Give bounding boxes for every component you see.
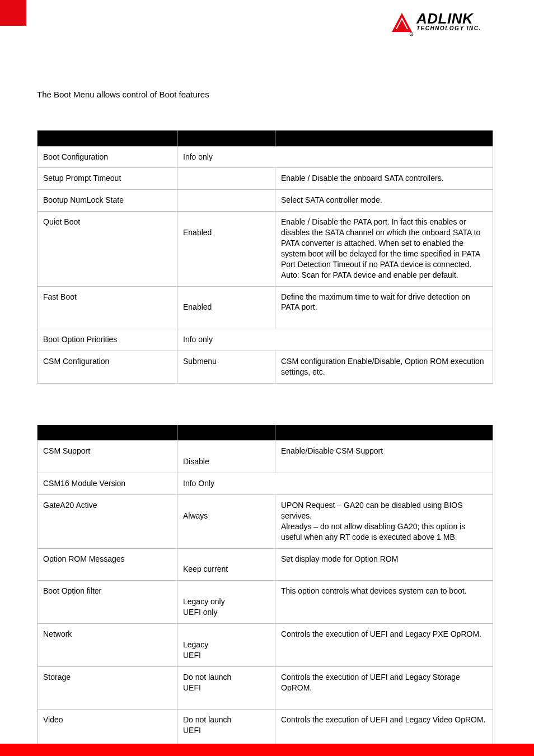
cell-feature: Boot Option Priorities xyxy=(38,329,177,351)
table-row: CSM ConfigurationSubmenuCSM configuratio… xyxy=(38,351,493,384)
cell-options: Submenu xyxy=(177,351,275,384)
cell-options: Enabled xyxy=(177,212,275,286)
svg-text:R: R xyxy=(411,33,413,36)
cell-options: Always xyxy=(177,495,275,549)
cell-description: Enable/Disable CSM Support xyxy=(275,441,493,473)
cell-options: Keep current xyxy=(177,548,275,581)
cell-options: Disable xyxy=(177,441,275,473)
cell-feature: Quiet Boot xyxy=(38,212,177,286)
table-row: Boot Option PrioritiesInfo only xyxy=(38,329,493,351)
cell-feature: Boot Configuration xyxy=(38,146,177,168)
table-row: Setup Prompt TimeoutEnable / Disable the… xyxy=(38,168,493,190)
table-row: CSM Support DisableEnable/Disable CSM Su… xyxy=(38,441,493,473)
table-row: Fast Boot EnabledDefine the maximum time… xyxy=(38,286,493,329)
intro-text: The Boot Menu allows control of Boot fea… xyxy=(37,90,493,99)
logo: R ADLINK TECHNOLOGY INC. xyxy=(390,10,490,39)
cell-description: Select SATA controller mode. xyxy=(275,190,493,212)
table-row: Network Legacy UEFIControls the executio… xyxy=(38,624,493,667)
logo-subtext: TECHNOLOGY INC. xyxy=(416,25,481,31)
cell-feature: Network xyxy=(38,624,177,667)
cell-feature: Bootup NumLock State xyxy=(38,190,177,212)
table-row: Boot Option filter Legacy only UEFI only… xyxy=(38,581,493,624)
boot-menu-table: Boot ConfigurationInfo onlySetup Prompt … xyxy=(37,130,493,384)
table-row: GateA20 Active AlwaysUPON Request – GA20… xyxy=(38,495,493,549)
cell-feature: Storage xyxy=(38,666,177,710)
cell-feature: Setup Prompt Timeout xyxy=(38,168,177,190)
cell-feature: CSM Configuration xyxy=(38,351,177,384)
cell-options xyxy=(177,168,275,190)
cell-options: Legacy only UEFI only xyxy=(177,581,275,624)
cell-description: Enable / Disable the onboard SATA contro… xyxy=(275,168,493,190)
csm-table: CSM Support DisableEnable/Disable CSM Su… xyxy=(37,425,493,756)
footer-bar xyxy=(0,744,534,756)
cell-description: UPON Request – GA20 can be disabled usin… xyxy=(275,495,493,549)
cell-options: Info Only xyxy=(177,473,493,495)
cell-description: This option controls what devices system… xyxy=(275,581,493,624)
cell-description: Enable / Disable the PATA port. In fact … xyxy=(275,212,493,286)
table-row: CSM16 Module VersionInfo Only xyxy=(38,473,493,495)
cell-description: Controls the execution of UEFI and Legac… xyxy=(275,624,493,667)
cell-options: Do not launch UEFI xyxy=(177,666,275,710)
cell-description: Define the maximum time to wait for driv… xyxy=(275,286,493,329)
cell-feature: CSM Support xyxy=(38,441,177,473)
cell-options: Info only xyxy=(177,329,493,351)
cell-options: Legacy UEFI xyxy=(177,624,275,667)
table-row: Boot ConfigurationInfo only xyxy=(38,146,493,168)
table-row: Option ROM Messages Keep currentSet disp… xyxy=(38,548,493,581)
logo-mark-icon: R xyxy=(390,12,414,36)
table-row: Bootup NumLock StateSelect SATA controll… xyxy=(38,190,493,212)
cell-options xyxy=(177,190,275,212)
cell-feature: Fast Boot xyxy=(38,286,177,329)
cell-description: Set display mode for Option ROM xyxy=(275,548,493,581)
header-accent xyxy=(0,0,26,26)
cell-feature: Boot Option filter xyxy=(38,581,177,624)
cell-options: Info only xyxy=(177,146,493,168)
cell-description: CSM configuration Enable/Disable, Option… xyxy=(275,351,493,384)
cell-feature: Option ROM Messages xyxy=(38,548,177,581)
cell-options: Enabled xyxy=(177,286,275,329)
table-row: Quiet Boot EnabledEnable / Disable the P… xyxy=(38,212,493,286)
cell-feature: CSM16 Module Version xyxy=(38,473,177,495)
cell-description: Controls the execution of UEFI and Legac… xyxy=(275,666,493,710)
table-row: StorageDo not launch UEFI Controls the e… xyxy=(38,666,493,710)
cell-feature: GateA20 Active xyxy=(38,495,177,549)
